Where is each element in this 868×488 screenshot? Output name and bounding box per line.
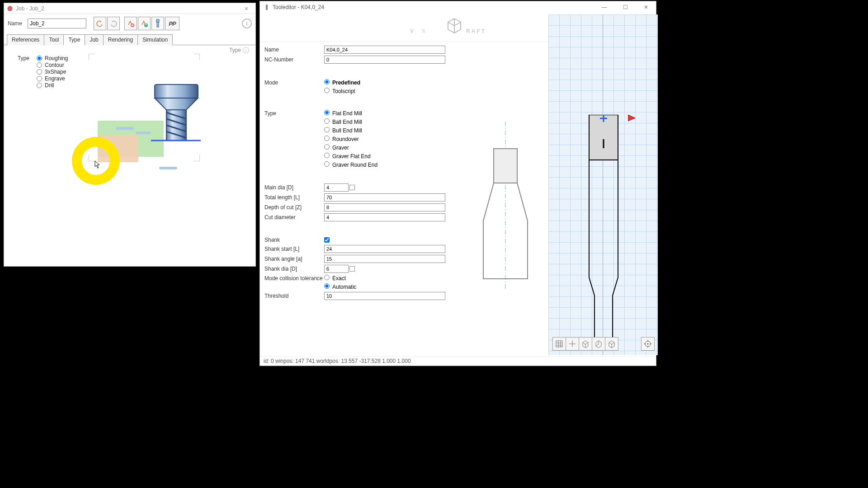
mode-label: Mode xyxy=(264,80,324,86)
status-bar: id: 0 winpos: 147 741 worldpos: 13.557 -… xyxy=(260,357,656,366)
view-front-button[interactable] xyxy=(579,337,592,351)
type-option-roundover[interactable]: Roundover xyxy=(324,136,359,142)
svg-rect-14 xyxy=(494,149,517,183)
svg-rect-5 xyxy=(155,84,198,98)
type-option-engrave[interactable]: Engrave xyxy=(37,75,68,82)
type-group-label: Type xyxy=(18,55,29,61)
job-titlebar[interactable]: Job - Job_2 × xyxy=(4,3,255,14)
undo-button[interactable] xyxy=(94,17,106,30)
threshold-input[interactable] xyxy=(324,292,445,300)
job-toolbar: PP xyxy=(94,17,179,30)
type-option-graverflat[interactable]: Graver Flat End xyxy=(324,153,371,160)
type-option-roughing[interactable]: Roughing xyxy=(37,55,68,61)
job-tabs: References Tool Type Job Rendering Simul… xyxy=(4,34,255,45)
maindia-input[interactable] xyxy=(324,183,349,192)
svg-text:RAFT: RAFT xyxy=(466,28,486,34)
shankdia-input[interactable] xyxy=(324,265,349,273)
svg-rect-19 xyxy=(556,341,562,347)
tool-preview-diagram xyxy=(467,122,544,289)
shankangle-label: Shank angle [a] xyxy=(264,256,324,262)
tab-rendering[interactable]: Rendering xyxy=(103,34,138,45)
origin-cross-icon xyxy=(600,115,607,122)
tooleditor-titlebar[interactable]: Tooleditor - K04,0_24 — ☐ ✕ xyxy=(260,1,656,13)
svg-rect-8 xyxy=(266,5,268,6)
tool-icon xyxy=(151,83,201,146)
depthcut-label: Depth of cut [Z] xyxy=(264,204,324,211)
tooltype-label: Type xyxy=(264,110,324,117)
tooleditor-title-text: Tooleditor - K04,0_24 xyxy=(273,4,598,10)
job-title-text: Job - Job_2 xyxy=(16,5,240,12)
nc-number-input[interactable] xyxy=(324,56,445,64)
tab-type[interactable]: Type xyxy=(63,34,85,45)
svg-rect-9 xyxy=(266,6,268,10)
mode-option-predefined[interactable]: Predefined xyxy=(324,79,360,86)
close-icon[interactable]: ✕ xyxy=(640,4,652,10)
type-option-flatend[interactable]: Flat End Mill xyxy=(324,110,362,117)
grid-toggle-button[interactable] xyxy=(552,337,566,351)
minimize-icon[interactable]: — xyxy=(598,4,611,10)
collision-option-automatic[interactable]: Automatic xyxy=(324,283,356,290)
type-option-graver[interactable]: Graver xyxy=(324,144,349,151)
svg-rect-6 xyxy=(166,110,186,141)
type-option-drill[interactable]: Drill xyxy=(37,82,68,89)
shankstart-label: Shank start [L] xyxy=(264,246,324,252)
blueprint-tool-outline xyxy=(571,115,636,350)
type-option-bullend[interactable]: Bull End Mill xyxy=(324,127,362,134)
job-app-icon xyxy=(7,5,13,12)
redo-button[interactable] xyxy=(107,17,120,30)
view-iso-button[interactable] xyxy=(605,337,618,351)
tool-icon-button[interactable] xyxy=(151,17,164,30)
tab-simulation[interactable]: Simulation xyxy=(137,34,173,45)
type-option-3xshape[interactable]: 3xShape xyxy=(37,69,68,75)
modecoll-label: Mode collision tolerance xyxy=(264,275,324,282)
shank-label: Shank xyxy=(264,237,324,243)
maindia-label: Main dia [D] xyxy=(264,184,324,191)
type-option-ballend[interactable]: Ball End Mill xyxy=(324,118,362,125)
svg-rect-4 xyxy=(157,22,159,27)
collision-option-exact[interactable]: Exact xyxy=(324,275,346,282)
postprocessor-button[interactable]: PP xyxy=(165,17,179,30)
shankdia-lock-checkbox[interactable] xyxy=(349,266,355,272)
svg-point-0 xyxy=(8,6,12,11)
cursor-icon xyxy=(94,160,100,169)
threshold-label: Threshold xyxy=(264,293,324,299)
svg-text:V: V xyxy=(410,28,415,34)
tab-tool[interactable]: Tool xyxy=(44,34,64,45)
mode-option-toolscript[interactable]: Toolscript xyxy=(324,88,355,94)
totallen-label: Total length [L] xyxy=(264,194,324,201)
depthcut-input[interactable] xyxy=(324,203,445,211)
toolpath-delete-button[interactable] xyxy=(124,17,137,30)
svg-text:X: X xyxy=(422,28,425,34)
shankdia-label: Shank dia [D] xyxy=(264,266,324,272)
view-side-button[interactable] xyxy=(592,337,605,351)
info-icon[interactable]: i xyxy=(242,19,252,28)
totallen-input[interactable] xyxy=(324,193,445,202)
type-option-contour[interactable]: Contour xyxy=(37,62,68,68)
axis-button[interactable] xyxy=(566,337,579,351)
cutdia-input[interactable] xyxy=(324,213,445,221)
tab-references[interactable]: References xyxy=(7,34,44,45)
nc-label: NC-Number xyxy=(264,56,324,63)
job-name-bar: Name PP i xyxy=(4,14,255,33)
direction-flag-icon xyxy=(628,115,637,121)
svg-point-2 xyxy=(144,23,148,27)
type-section-header: Typei xyxy=(229,47,249,53)
svg-point-23 xyxy=(647,343,649,345)
tool-name-input[interactable] xyxy=(324,46,445,54)
shankstart-input[interactable] xyxy=(324,245,445,253)
type-option-graverround[interactable]: Graver Round End xyxy=(324,161,377,168)
toolpath-refresh-button[interactable] xyxy=(138,17,151,30)
type-panel: Typei Type Roughing Contour 3xShape Engr… xyxy=(4,45,255,258)
cutdia-label: Cut diameter xyxy=(264,214,324,221)
job-name-input[interactable] xyxy=(28,19,86,28)
tab-job[interactable]: Job xyxy=(85,34,103,45)
shankangle-input[interactable] xyxy=(324,255,445,263)
center-target-button[interactable] xyxy=(641,337,655,351)
maximize-icon[interactable]: ☐ xyxy=(619,4,632,10)
name-label: Name xyxy=(8,20,24,27)
job-window: Job - Job_2 × Name PP i Ref xyxy=(4,3,256,267)
close-icon[interactable]: × xyxy=(240,5,253,12)
shank-checkbox[interactable] xyxy=(324,237,330,243)
maindia-lock-checkbox[interactable] xyxy=(349,185,355,190)
blueprint-panel[interactable] xyxy=(548,14,658,355)
